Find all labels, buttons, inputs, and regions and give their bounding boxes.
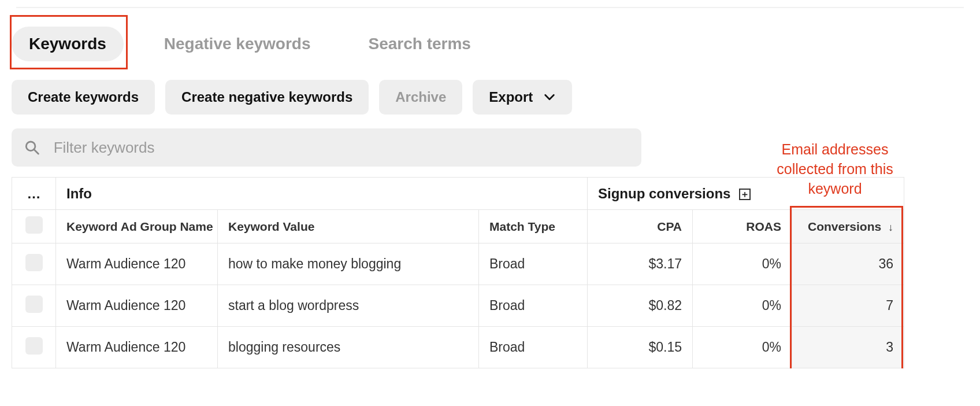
header-cpa[interactable]: CPA [588, 210, 693, 243]
header-menu[interactable]: … [12, 178, 56, 210]
cell-kwvalue: start a blog wordpress [218, 285, 479, 327]
cell-cpa: $0.15 [588, 327, 693, 368]
cell-match: Broad [479, 327, 588, 368]
table-row: Warm Audience 120 start a blog wordpress… [12, 285, 904, 327]
filter-input[interactable] [54, 139, 629, 157]
create-keywords-button[interactable]: Create keywords [12, 80, 155, 115]
cell-conversions: 3 [792, 327, 904, 368]
header-roas[interactable]: ROAS [693, 210, 792, 243]
cell-roas: 0% [693, 243, 792, 285]
toolbar: Create keywords Create negative keywords… [12, 80, 968, 115]
cell-roas: 0% [693, 327, 792, 368]
cell-cpa: $0.82 [588, 285, 693, 327]
keywords-table-wrap: … Info Signup conversions ＋ Keyword Ad G… [12, 177, 968, 368]
export-button[interactable]: Export [473, 80, 572, 115]
tab-negative-keywords[interactable]: Negative keywords [147, 27, 328, 61]
filter-bar[interactable] [12, 128, 641, 167]
header-conversions[interactable]: Conversions ↓ [792, 210, 904, 243]
table-sub-header-row: Keyword Ad Group Name Keyword Value Matc… [12, 210, 904, 243]
header-match[interactable]: Match Type [479, 210, 588, 243]
cell-adgroup: Warm Audience 120 [56, 243, 218, 285]
row-checkbox[interactable] [25, 254, 43, 271]
chevron-down-icon [543, 91, 556, 104]
header-conversions-label: Conversions [808, 220, 881, 233]
cell-adgroup: Warm Audience 120 [56, 327, 218, 368]
cell-match: Broad [479, 243, 588, 285]
header-select-all[interactable] [12, 210, 56, 243]
archive-button[interactable]: Archive [379, 80, 462, 115]
table-row: Warm Audience 120 blogging resources Bro… [12, 327, 904, 368]
tab-search-terms[interactable]: Search terms [351, 27, 488, 61]
table-row: Warm Audience 120 how to make money blog… [12, 243, 904, 285]
cell-adgroup: Warm Audience 120 [56, 285, 218, 327]
header-group-signup[interactable]: Signup conversions ＋ [588, 178, 904, 210]
cell-match: Broad [479, 285, 588, 327]
table-group-header-row: … Info Signup conversions ＋ [12, 178, 904, 210]
create-negative-keywords-button[interactable]: Create negative keywords [165, 80, 369, 115]
row-checkbox[interactable] [25, 296, 43, 313]
cell-cpa: $3.17 [588, 243, 693, 285]
search-icon [24, 139, 40, 156]
cell-conversions: 36 [792, 243, 904, 285]
header-adgroup[interactable]: Keyword Ad Group Name [56, 210, 218, 243]
row-checkbox[interactable] [25, 337, 43, 355]
checkbox-all[interactable] [25, 216, 43, 234]
header-group-signup-label: Signup conversions [598, 186, 730, 201]
sort-desc-icon: ↓ [888, 222, 893, 233]
svg-line-1 [34, 149, 39, 154]
expand-icon[interactable]: ＋ [739, 189, 751, 200]
tab-keywords[interactable]: Keywords [12, 27, 124, 61]
header-group-info: Info [56, 178, 588, 210]
cell-kwvalue: blogging resources [218, 327, 479, 368]
cell-roas: 0% [693, 285, 792, 327]
keywords-table: … Info Signup conversions ＋ Keyword Ad G… [12, 177, 904, 368]
cell-conversions: 7 [792, 285, 904, 327]
header-kwvalue[interactable]: Keyword Value [218, 210, 479, 243]
tabs-row: Keywords Negative keywords Search terms [12, 27, 968, 61]
export-label: Export [489, 89, 533, 105]
top-divider [16, 7, 964, 8]
cell-kwvalue: how to make money blogging [218, 243, 479, 285]
